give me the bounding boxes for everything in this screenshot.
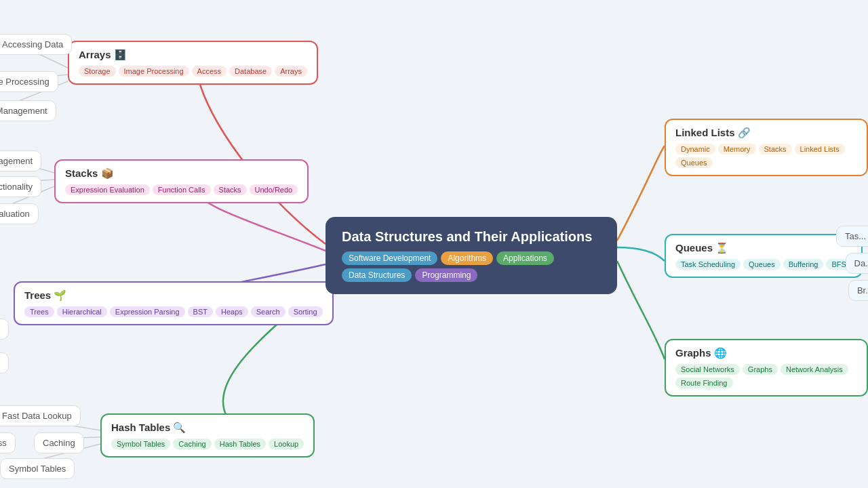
queues-tag-task: Task Scheduling xyxy=(675,259,741,270)
queues-tags: Task Scheduling Queues Buffering BFS xyxy=(675,259,852,270)
linked-tag-dynamic: Dynamic xyxy=(675,144,715,155)
linked-tag-memory: Memory xyxy=(718,144,756,155)
graphs-tag-network: Network Analysis xyxy=(781,364,848,375)
arrays-title: Arrays 🗄️ xyxy=(79,49,307,61)
sat-tree-g2: g xyxy=(0,352,9,373)
tag-algorithms: Algorithms xyxy=(441,251,493,265)
tag-data-structures: Data Structures xyxy=(342,268,412,282)
sat-management: anagement xyxy=(0,150,41,171)
arrays-tag-access: Access xyxy=(192,66,226,77)
sat-fast-lookup: Fast Data Lookup xyxy=(0,405,81,426)
hash-tag-lookup: Lookup xyxy=(269,439,304,449)
hash-title: Hash Tables 🔍 xyxy=(111,422,304,434)
sat-symbol-tables: Symbol Tables xyxy=(0,458,75,479)
trees-tag-search: Search xyxy=(251,306,285,317)
hash-tables-node[interactable]: Hash Tables 🔍 Symbol Tables Caching Hash… xyxy=(100,413,315,458)
sat-cess: cess xyxy=(0,432,16,453)
trees-tag-sort: Sorting xyxy=(288,306,323,317)
graphs-tag-social: Social Networks xyxy=(675,364,740,375)
graphs-node[interactable]: Graphs 🌐 Social Networks Graphs Network … xyxy=(665,339,868,396)
arrays-tag-img: Image Processing xyxy=(119,66,189,77)
arrays-node[interactable]: Arrays 🗄️ Storage Image Processing Acces… xyxy=(68,41,318,85)
tag-software-dev: Software Development xyxy=(342,251,437,265)
sat-accessing-data: Accessing Data xyxy=(0,34,72,55)
sat-age-processing: age Processing xyxy=(0,71,58,92)
graphs-tag-route: Route Finding xyxy=(675,378,733,388)
hash-tag-hash: Hash Tables xyxy=(214,439,266,449)
linked-tag-stacks: Stacks xyxy=(759,144,792,155)
trees-tags: Trees Hierarchical Expression Parsing BS… xyxy=(24,306,323,317)
sat-right-br: Br... xyxy=(848,280,868,301)
sat-right-tas: Tas... xyxy=(836,226,868,247)
graphs-title: Graphs 🌐 xyxy=(675,347,857,359)
hash-tag-symbol: Symbol Tables xyxy=(111,439,170,449)
trees-node[interactable]: Trees 🌱 Trees Hierarchical Expression Pa… xyxy=(14,281,334,325)
sat-functionality: unctionality xyxy=(0,176,41,197)
central-node: Data Structures and Their Applications S… xyxy=(326,217,617,294)
stacks-tag-expr: Expression Evaluation xyxy=(65,184,150,195)
stacks-title: Stacks 📦 xyxy=(65,167,298,180)
linked-tag-linked: Linked Lists xyxy=(795,144,845,155)
arrays-tag-arrays: Arrays xyxy=(275,66,307,77)
linked-title: Linked Lists 🔗 xyxy=(675,127,857,139)
mind-map: Data Structures and Their Applications S… xyxy=(0,0,868,488)
queues-tag-buffer: Buffering xyxy=(783,259,824,270)
sat-tree-g1: g xyxy=(0,319,9,340)
trees-title: Trees 🌱 xyxy=(24,289,323,302)
stacks-tag-func: Function Calls xyxy=(153,184,211,195)
sat-e-management: e Management xyxy=(0,100,56,121)
arrays-tags: Storage Image Processing Access Database… xyxy=(79,66,307,77)
hash-tags: Symbol Tables Caching Hash Tables Lookup xyxy=(111,439,304,449)
arrays-tag-storage: Storage xyxy=(79,66,116,77)
tag-applications: Applications xyxy=(496,251,554,265)
central-title: Data Structures and Their Applications xyxy=(342,229,601,245)
graphs-tags: Social Networks Graphs Network Analysis … xyxy=(675,364,857,388)
sat-evaluation: Evaluation xyxy=(0,203,39,224)
stacks-tags: Expression Evaluation Function Calls Sta… xyxy=(65,184,298,195)
trees-tag-expr: Expression Parsing xyxy=(110,306,185,317)
sat-caching: Caching xyxy=(34,432,84,453)
linked-tag-queues: Queues xyxy=(675,157,713,168)
graphs-tag-graphs: Graphs xyxy=(743,364,778,375)
stacks-node[interactable]: Stacks 📦 Expression Evaluation Function … xyxy=(54,159,309,203)
sat-right-da: Da... xyxy=(846,253,868,274)
stacks-tag-undo: Undo/Redo xyxy=(250,184,298,195)
queues-tag-queues: Queues xyxy=(743,259,781,270)
linked-tags: Dynamic Memory Stacks Linked Lists Queue… xyxy=(675,144,857,168)
arrays-tag-db: Database xyxy=(229,66,272,77)
queues-title: Queues ⏳ xyxy=(675,242,852,254)
hash-tag-caching: Caching xyxy=(173,439,211,449)
central-tags: Software Development Algorithms Applicat… xyxy=(342,251,601,282)
trees-tag-bst: BST xyxy=(188,306,213,317)
tag-programming: Programming xyxy=(415,268,477,282)
stacks-tag-stacks: Stacks xyxy=(214,184,247,195)
trees-tag-heaps: Heaps xyxy=(216,306,248,317)
trees-tag-trees: Trees xyxy=(24,306,54,317)
queues-node[interactable]: Queues ⏳ Task Scheduling Queues Bufferin… xyxy=(665,234,863,278)
linked-lists-node[interactable]: Linked Lists 🔗 Dynamic Memory Stacks Lin… xyxy=(665,119,868,176)
trees-tag-hier: Hierarchical xyxy=(57,306,107,317)
